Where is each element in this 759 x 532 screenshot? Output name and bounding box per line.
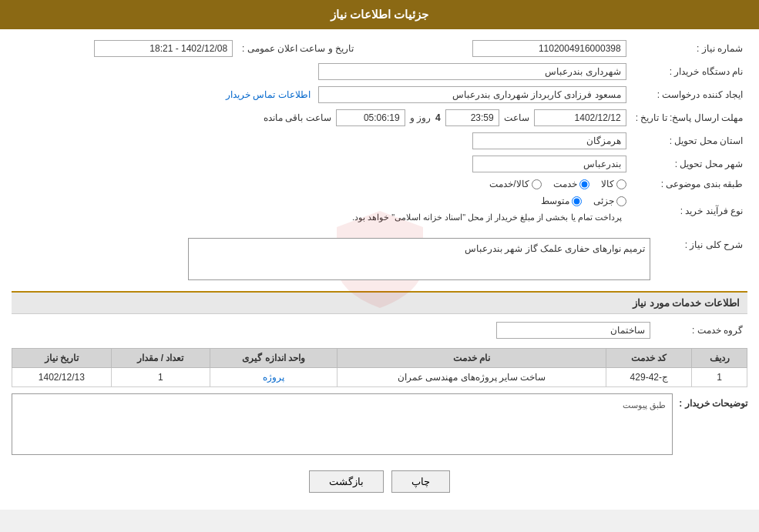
- radio-kala-khadamat[interactable]: [532, 179, 542, 189]
- city-value: بندرعباس: [12, 152, 631, 176]
- description-row: شرح کلی نیاز : ترمیم نوارهای حفاری علمک …: [12, 235, 747, 283]
- contact-link[interactable]: اطلاعات تماس خریدار: [226, 89, 311, 100]
- cell-unit: پروژه: [210, 368, 338, 387]
- deadline-time-field: 23:59: [445, 109, 499, 126]
- service-group-row: گروه خدمت : ساختمان: [12, 319, 747, 342]
- announce-date-field: 1402/12/08 - 18:21: [94, 40, 233, 57]
- col-quantity: تعداد / مقدار: [111, 349, 210, 368]
- need-number-value: 1102004916000398: [381, 37, 631, 60]
- buyer-notes-label: توضیحات خریدار :: [673, 393, 747, 409]
- category-label: طبقه بندی موضوعی :: [631, 176, 747, 192]
- cell-unit-link[interactable]: پروژه: [263, 372, 284, 383]
- requester-label: ایجاد کننده درخواست :: [631, 83, 747, 106]
- services-data-table: ردیف کد خدمت نام خدمت واحد اندازه گیری ت…: [12, 348, 747, 387]
- process-type-row: نوع فرآیند خرید : جزئی متوسط: [12, 192, 747, 229]
- description-label: شرح کلی نیاز :: [655, 235, 747, 283]
- radio-khadamat[interactable]: [579, 179, 589, 189]
- cell-code: ج-42-429: [606, 368, 692, 387]
- remaining-time-field: 05:06:19: [336, 109, 405, 126]
- province-value: هرمزگان: [12, 129, 631, 152]
- process-type-options: جزئی متوسط پرداخت تمام یا بخشی از مبلغ خ…: [12, 192, 631, 229]
- deadline-label: مهلت ارسال پاسخ: تا تاریخ :: [631, 106, 747, 129]
- buyer-org-label: نام دستگاه خریدار :: [631, 60, 747, 83]
- radio-motavasset[interactable]: [572, 196, 582, 206]
- description-box: ترمیم نوارهای حفاری علمک گاز شهر بندرعبا…: [188, 238, 650, 280]
- category-row: طبقه بندی موضوعی : کالا خدمت: [12, 176, 747, 192]
- radio-jozee[interactable]: [616, 196, 626, 206]
- buyer-org-row: نام دستگاه خریدار : شهرداری بندرعباس: [12, 60, 747, 83]
- label-kala: کالا: [601, 179, 614, 189]
- announce-date-value: 1402/12/08 - 18:21: [12, 37, 237, 60]
- deadline-date-field: 1402/12/12: [534, 109, 626, 126]
- page-wrapper: جزئیات اطلاعات نیاز شماره نیاز : 1102004…: [0, 0, 759, 510]
- service-group-table: گروه خدمت : ساختمان: [12, 319, 747, 342]
- deadline-row: مهلت ارسال پاسخ: تا تاریخ : 1402/12/12 س…: [12, 106, 747, 129]
- attachment-label: طبق پیوست: [15, 397, 669, 413]
- table-row: 1 ج-42-429 ساخت سایر پروژه‌های مهندسی عم…: [12, 368, 747, 387]
- label-kala-khadamat: کالا/خدمت: [489, 179, 529, 189]
- cell-name: ساخت سایر پروژه‌های مهندسی عمران: [337, 368, 606, 387]
- buyer-org-value: شهرداری بندرعباس: [12, 60, 631, 83]
- category-khadamat[interactable]: خدمت: [553, 179, 589, 189]
- print-button[interactable]: چاپ: [391, 470, 450, 493]
- remaining-days: 4: [435, 112, 441, 123]
- service-group-label: گروه خدمت :: [655, 319, 747, 342]
- description-section: ◀ شرح کلی نیاز : ترمیم نوارهای حفاری علم…: [12, 235, 747, 283]
- buyer-org-field: شهرداری بندرعباس: [318, 63, 626, 80]
- need-number-row: شماره نیاز : 1102004916000398 تاریخ و سا…: [12, 37, 747, 60]
- description-table: شرح کلی نیاز : ترمیم نوارهای حفاری علمک …: [12, 235, 747, 283]
- requester-row: ایجاد کننده درخواست : مسعود فرزادی کاربر…: [12, 83, 747, 106]
- province-field: هرمزگان: [472, 132, 626, 149]
- cell-row-num: 1: [692, 368, 747, 387]
- province-row: استان محل تحویل : هرمزگان: [12, 129, 747, 152]
- process-note: پرداخت تمام یا بخشی از مبلغ خریدار از مح…: [16, 209, 626, 226]
- col-row-num: ردیف: [692, 349, 747, 368]
- requester-field: مسعود فرزادی کاربرداز شهرداری بندرعباس: [318, 86, 626, 103]
- bottom-buttons: چاپ بازگشت: [12, 461, 747, 502]
- services-table-body: 1 ج-42-429 ساخت سایر پروژه‌های مهندسی عم…: [12, 368, 747, 387]
- buyer-notes-box: طبق پیوست: [12, 393, 673, 455]
- category-kala[interactable]: کالا: [601, 179, 626, 189]
- city-row: شهر محل تحویل : بندرعباس: [12, 152, 747, 176]
- deadline-value: 1402/12/12 ساعت 23:59 4 روز و 05:06:19 س…: [12, 106, 631, 129]
- label-jozee: جزئی: [593, 196, 614, 206]
- service-group-field: ساختمان: [496, 322, 650, 339]
- need-number-field: 1102004916000398: [472, 40, 626, 57]
- requester-value: مسعود فرزادی کاربرداز شهرداری بندرعباس ا…: [12, 83, 631, 106]
- col-name: نام خدمت: [337, 349, 606, 368]
- services-section-header: اطلاعات خدمات مورد نیاز: [12, 291, 747, 314]
- services-table-head: ردیف کد خدمت نام خدمت واحد اندازه گیری ت…: [12, 349, 747, 368]
- back-button[interactable]: بازگشت: [309, 470, 384, 493]
- info-table: شماره نیاز : 1102004916000398 تاریخ و سا…: [12, 37, 747, 229]
- label-motavasset: متوسط: [541, 196, 569, 206]
- process-jozee[interactable]: جزئی: [593, 196, 626, 206]
- remaining-days-label: روز و: [410, 112, 431, 123]
- services-table-header-row: ردیف کد خدمت نام خدمت واحد اندازه گیری ت…: [12, 349, 747, 368]
- need-number-label: شماره نیاز :: [631, 37, 747, 60]
- cell-quantity: 1: [111, 368, 210, 387]
- label-khadamat: خدمت: [553, 179, 577, 189]
- category-options: کالا خدمت کالا/خدمت: [12, 176, 631, 192]
- buyer-notes-section: توضیحات خریدار : طبق پیوست: [12, 393, 747, 455]
- main-content: شماره نیاز : 1102004916000398 تاریخ و سا…: [0, 29, 759, 510]
- deadline-time-label: ساعت: [504, 112, 529, 123]
- col-unit: واحد اندازه گیری: [210, 349, 338, 368]
- description-value: ترمیم نوارهای حفاری علمک گاز شهر بندرعبا…: [12, 235, 655, 283]
- remaining-time-label: ساعت باقی مانده: [264, 112, 331, 123]
- process-motavasset[interactable]: متوسط: [541, 196, 582, 206]
- page-header: جزئیات اطلاعات نیاز: [0, 0, 759, 29]
- city-label: شهر محل تحویل :: [631, 152, 747, 176]
- announce-date-label: تاریخ و ساعت اعلان عمومی :: [237, 37, 358, 60]
- category-kala-khadamat[interactable]: کالا/خدمت: [489, 179, 541, 189]
- cell-date: 1402/12/13: [12, 368, 112, 387]
- city-field: بندرعباس: [472, 156, 626, 172]
- service-group-value: ساختمان: [12, 319, 655, 342]
- province-label: استان محل تحویل :: [631, 129, 747, 152]
- process-type-label: نوع فرآیند خرید :: [631, 192, 747, 229]
- col-date: تاریخ نیاز: [12, 349, 112, 368]
- radio-kala[interactable]: [616, 179, 626, 189]
- page-title: جزئیات اطلاعات نیاز: [331, 8, 428, 21]
- col-code: کد خدمت: [606, 349, 692, 368]
